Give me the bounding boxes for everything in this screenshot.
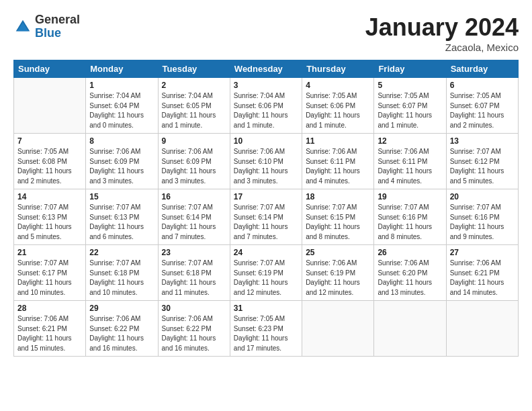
day-number: 11 <box>306 136 370 146</box>
calendar-cell: 29Sunrise: 7:06 AM Sunset: 6:22 PM Dayli… <box>86 301 158 357</box>
day-detail: Sunrise: 7:06 AM Sunset: 6:11 PM Dayligh… <box>306 147 370 186</box>
day-detail: Sunrise: 7:06 AM Sunset: 6:09 PM Dayligh… <box>162 147 226 186</box>
location: Zacaola, Mexico <box>365 42 519 53</box>
calendar-cell: 2Sunrise: 7:04 AM Sunset: 6:05 PM Daylig… <box>158 78 230 134</box>
day-number: 5 <box>378 81 442 90</box>
weekday-header-row: SundayMondayTuesdayWednesdayThursdayFrid… <box>14 60 519 78</box>
day-detail: Sunrise: 7:05 AM Sunset: 6:07 PM Dayligh… <box>450 91 515 130</box>
month-title: January 2024 <box>365 13 519 42</box>
day-detail: Sunrise: 7:06 AM Sunset: 6:19 PM Dayligh… <box>306 259 370 298</box>
day-number: 28 <box>17 304 82 313</box>
day-number: 16 <box>162 192 226 201</box>
day-number: 8 <box>89 136 154 146</box>
logo-general-text: General <box>35 13 80 27</box>
day-number: 21 <box>17 248 82 257</box>
calendar-cell <box>302 301 374 357</box>
day-number: 29 <box>89 304 154 313</box>
calendar-table: SundayMondayTuesdayWednesdayThursdayFrid… <box>13 60 519 357</box>
day-detail: Sunrise: 7:05 AM Sunset: 6:23 PM Dayligh… <box>234 314 298 353</box>
calendar-cell: 7Sunrise: 7:05 AM Sunset: 6:08 PM Daylig… <box>14 134 86 189</box>
calendar-cell <box>14 78 86 134</box>
day-detail: Sunrise: 7:06 AM Sunset: 6:10 PM Dayligh… <box>234 147 298 186</box>
day-number: 27 <box>450 248 515 257</box>
calendar-cell: 12Sunrise: 7:06 AM Sunset: 6:11 PM Dayli… <box>374 134 446 189</box>
calendar-week-row: 21Sunrise: 7:07 AM Sunset: 6:17 PM Dayli… <box>14 245 519 301</box>
weekday-header: Sunday <box>14 60 86 78</box>
calendar-cell: 4Sunrise: 7:05 AM Sunset: 6:06 PM Daylig… <box>302 78 374 134</box>
day-number: 19 <box>378 192 442 201</box>
calendar-cell: 8Sunrise: 7:06 AM Sunset: 6:09 PM Daylig… <box>86 134 158 189</box>
logo: General Blue <box>13 13 80 40</box>
logo-text: General Blue <box>35 13 80 40</box>
calendar-week-row: 28Sunrise: 7:06 AM Sunset: 6:21 PM Dayli… <box>14 301 519 357</box>
calendar-week-row: 7Sunrise: 7:05 AM Sunset: 6:08 PM Daylig… <box>14 134 519 189</box>
calendar-cell: 13Sunrise: 7:07 AM Sunset: 6:12 PM Dayli… <box>446 134 518 189</box>
calendar-cell: 26Sunrise: 7:06 AM Sunset: 6:20 PM Dayli… <box>374 245 446 301</box>
calendar-cell: 16Sunrise: 7:07 AM Sunset: 6:14 PM Dayli… <box>158 189 230 245</box>
calendar-cell <box>374 301 446 357</box>
calendar-cell: 17Sunrise: 7:07 AM Sunset: 6:14 PM Dayli… <box>230 189 302 245</box>
day-number: 12 <box>378 136 442 146</box>
day-number: 18 <box>306 192 370 201</box>
title-block: January 2024 Zacaola, Mexico <box>365 13 519 53</box>
logo-icon <box>13 17 32 36</box>
day-number: 30 <box>162 304 226 313</box>
day-number: 6 <box>450 81 515 90</box>
calendar-cell: 3Sunrise: 7:04 AM Sunset: 6:06 PM Daylig… <box>230 78 302 134</box>
weekday-header: Monday <box>86 60 158 78</box>
day-detail: Sunrise: 7:07 AM Sunset: 6:17 PM Dayligh… <box>17 259 82 298</box>
day-detail: Sunrise: 7:06 AM Sunset: 6:22 PM Dayligh… <box>89 314 154 353</box>
day-detail: Sunrise: 7:04 AM Sunset: 6:05 PM Dayligh… <box>162 91 226 130</box>
calendar-cell: 31Sunrise: 7:05 AM Sunset: 6:23 PM Dayli… <box>230 301 302 357</box>
calendar-cell: 21Sunrise: 7:07 AM Sunset: 6:17 PM Dayli… <box>14 245 86 301</box>
day-detail: Sunrise: 7:06 AM Sunset: 6:22 PM Dayligh… <box>162 314 226 353</box>
calendar-cell: 23Sunrise: 7:07 AM Sunset: 6:18 PM Dayli… <box>158 245 230 301</box>
calendar-cell: 18Sunrise: 7:07 AM Sunset: 6:15 PM Dayli… <box>302 189 374 245</box>
weekday-header: Thursday <box>302 60 374 78</box>
logo-blue-text: Blue <box>35 27 80 40</box>
day-number: 7 <box>17 136 82 146</box>
day-number: 20 <box>450 192 515 201</box>
calendar-cell: 22Sunrise: 7:07 AM Sunset: 6:18 PM Dayli… <box>86 245 158 301</box>
weekday-header: Tuesday <box>158 60 230 78</box>
calendar-week-row: 14Sunrise: 7:07 AM Sunset: 6:13 PM Dayli… <box>14 189 519 245</box>
calendar-cell: 6Sunrise: 7:05 AM Sunset: 6:07 PM Daylig… <box>446 78 518 134</box>
calendar-cell: 15Sunrise: 7:07 AM Sunset: 6:13 PM Dayli… <box>86 189 158 245</box>
calendar-cell: 30Sunrise: 7:06 AM Sunset: 6:22 PM Dayli… <box>158 301 230 357</box>
day-number: 22 <box>89 248 154 257</box>
day-detail: Sunrise: 7:06 AM Sunset: 6:21 PM Dayligh… <box>450 259 515 298</box>
day-number: 9 <box>162 136 226 146</box>
day-number: 4 <box>306 81 370 90</box>
day-number: 26 <box>378 248 442 257</box>
day-detail: Sunrise: 7:07 AM Sunset: 6:15 PM Dayligh… <box>306 203 370 242</box>
calendar-cell: 25Sunrise: 7:06 AM Sunset: 6:19 PM Dayli… <box>302 245 374 301</box>
day-number: 1 <box>89 81 154 90</box>
day-number: 15 <box>89 192 154 201</box>
calendar-cell: 20Sunrise: 7:07 AM Sunset: 6:16 PM Dayli… <box>446 189 518 245</box>
calendar-cell: 1Sunrise: 7:04 AM Sunset: 6:04 PM Daylig… <box>86 78 158 134</box>
day-detail: Sunrise: 7:07 AM Sunset: 6:14 PM Dayligh… <box>162 203 226 242</box>
day-detail: Sunrise: 7:07 AM Sunset: 6:18 PM Dayligh… <box>162 259 226 298</box>
day-number: 2 <box>162 81 226 90</box>
day-detail: Sunrise: 7:06 AM Sunset: 6:21 PM Dayligh… <box>17 314 82 353</box>
day-number: 13 <box>450 136 515 146</box>
day-detail: Sunrise: 7:07 AM Sunset: 6:16 PM Dayligh… <box>450 203 515 242</box>
calendar-cell: 11Sunrise: 7:06 AM Sunset: 6:11 PM Dayli… <box>302 134 374 189</box>
day-detail: Sunrise: 7:04 AM Sunset: 6:04 PM Dayligh… <box>89 91 154 130</box>
day-detail: Sunrise: 7:05 AM Sunset: 6:06 PM Dayligh… <box>306 91 370 130</box>
day-number: 3 <box>234 81 298 90</box>
day-number: 17 <box>234 192 298 201</box>
day-number: 24 <box>234 248 298 257</box>
calendar-cell: 19Sunrise: 7:07 AM Sunset: 6:16 PM Dayli… <box>374 189 446 245</box>
calendar-cell: 28Sunrise: 7:06 AM Sunset: 6:21 PM Dayli… <box>14 301 86 357</box>
day-number: 23 <box>162 248 226 257</box>
calendar-week-row: 1Sunrise: 7:04 AM Sunset: 6:04 PM Daylig… <box>14 78 519 134</box>
calendar-cell: 14Sunrise: 7:07 AM Sunset: 6:13 PM Dayli… <box>14 189 86 245</box>
calendar-cell: 24Sunrise: 7:07 AM Sunset: 6:19 PM Dayli… <box>230 245 302 301</box>
day-detail: Sunrise: 7:04 AM Sunset: 6:06 PM Dayligh… <box>234 91 298 130</box>
day-detail: Sunrise: 7:05 AM Sunset: 6:07 PM Dayligh… <box>378 91 442 130</box>
day-detail: Sunrise: 7:07 AM Sunset: 6:14 PM Dayligh… <box>234 203 298 242</box>
weekday-header: Saturday <box>446 60 518 78</box>
calendar-cell <box>446 301 518 357</box>
calendar-cell: 9Sunrise: 7:06 AM Sunset: 6:09 PM Daylig… <box>158 134 230 189</box>
